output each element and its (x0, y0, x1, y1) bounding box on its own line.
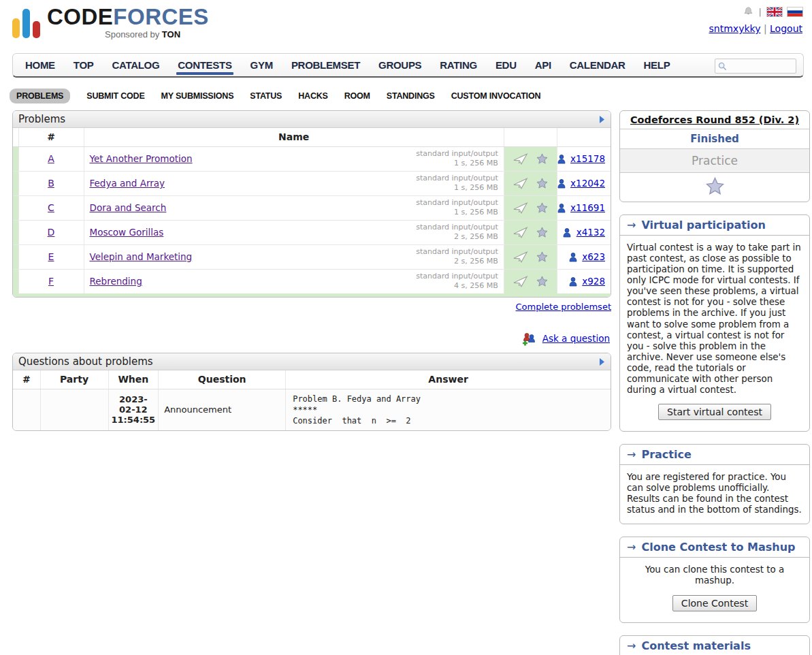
logout-link[interactable]: Logout (770, 23, 802, 34)
solver-person-icon (563, 228, 571, 238)
subnav-status[interactable]: STATUS (250, 91, 282, 101)
nav-item-api[interactable]: API (535, 54, 551, 76)
submit-paper-plane-icon[interactable] (513, 153, 528, 165)
problem-index-link[interactable]: C (48, 202, 54, 213)
col-header-when: When (108, 370, 159, 389)
favorite-star-icon[interactable] (536, 202, 548, 213)
problem-index-link[interactable]: A (48, 153, 54, 164)
sidebar: Codeforces Round 852 (Div. 2) Finished P… (619, 110, 810, 655)
nav-item-groups[interactable]: GROUPS (378, 54, 421, 76)
problem-index-link[interactable]: D (48, 227, 55, 238)
subnav-problems[interactable]: PROBLEMS (10, 89, 70, 103)
questions-header-row: # Party When Question Answer (13, 370, 611, 389)
problem-index-link[interactable]: E (48, 251, 54, 262)
nav-item-calendar[interactable]: CALENDAR (570, 54, 626, 76)
question-text: Announcement (159, 389, 286, 430)
subnav-my-submissions[interactable]: MY SUBMISSIONS (161, 91, 234, 101)
problem-limits: standard input/output2 s, 256 MB (416, 247, 498, 266)
clone-mashup-text: You can clone this contest to a mashup. (645, 564, 785, 586)
clone-contest-button[interactable]: Clone Contest (672, 595, 757, 611)
nav-item-edu[interactable]: EDU (496, 54, 517, 76)
clone-mashup-title: Clone Contest to Mashup (641, 541, 795, 554)
problems-caption: Problems (18, 113, 65, 125)
solved-count-link[interactable]: x623 (582, 251, 605, 262)
nav-item-help[interactable]: HELP (644, 54, 670, 76)
contest-mode: Practice (620, 149, 809, 173)
solved-count-link[interactable]: x15178 (570, 153, 605, 164)
contest-subnav: PROBLEMS SUBMIT CODE MY SUBMISSIONS STAT… (10, 89, 812, 103)
logo-wordmark: CODEFORCES (47, 5, 209, 28)
problem-name-link[interactable]: Moscow Gorillas (90, 227, 164, 238)
subnav-custom-invocation[interactable]: CUSTOM INVOCATION (451, 91, 541, 101)
nav-item-rating[interactable]: RATING (440, 54, 477, 76)
start-virtual-contest-button[interactable]: Start virtual contest (658, 404, 771, 420)
nav-item-top[interactable]: TOP (74, 54, 94, 76)
submit-paper-plane-icon[interactable] (513, 202, 528, 214)
logo-bar-red (33, 21, 40, 38)
bell-icon[interactable] (743, 6, 753, 17)
search-input[interactable] (729, 61, 792, 71)
solved-count-link[interactable]: x4132 (576, 227, 605, 238)
subnav-hacks[interactable]: HACKS (298, 91, 327, 101)
lang-separator: | (759, 7, 762, 17)
submit-paper-plane-icon[interactable] (513, 226, 528, 239)
nav-item-contests[interactable]: CONTESTS (178, 54, 231, 76)
favorite-star-icon[interactable] (536, 178, 548, 189)
contest-materials-box: → Contest materials Announcement × Tutor… (619, 635, 810, 655)
problem-limits: standard input/output4 s, 256 MB (416, 272, 498, 291)
complete-problemset-link[interactable]: Complete problemset (516, 302, 611, 312)
problem-limits: standard input/output1 s, 256 MB (416, 198, 498, 217)
expand-arrow-icon[interactable] (599, 357, 605, 366)
col-header-q-index: # (13, 370, 40, 389)
favorite-star-icon[interactable] (536, 276, 548, 287)
problems-widget: Problems # Name A Yet Another Promotion … (12, 110, 611, 298)
problem-index-link[interactable]: F (48, 276, 54, 287)
problem-name-link[interactable]: Dora and Search (90, 202, 167, 213)
nav-item-catalog[interactable]: CATALOG (112, 54, 159, 76)
virtual-participation-box: → Virtual participation Virtual contest … (619, 214, 810, 432)
questions-widget: Questions about problems # Party When Qu… (12, 353, 611, 431)
problem-name-link[interactable]: Yet Another Promotion (90, 153, 193, 164)
subnav-standings[interactable]: STANDINGS (387, 91, 435, 101)
arrow-icon: → (627, 219, 636, 231)
user-handle-link[interactable]: sntmxykky (709, 23, 761, 34)
solved-count-link[interactable]: x12042 (570, 178, 605, 189)
problem-row-b: B Fedya and Array standard input/output1… (13, 171, 611, 195)
table-bottom-stripe (13, 293, 611, 297)
nav-item-gym[interactable]: GYM (250, 54, 273, 76)
subnav-submit-code[interactable]: SUBMIT CODE (86, 91, 144, 101)
expand-arrow-icon[interactable] (599, 115, 605, 124)
problem-index-link[interactable]: B (48, 178, 54, 189)
logo-bar-yellow (12, 18, 20, 38)
solved-count-link[interactable]: x11691 (570, 202, 605, 213)
logo-bars-icon (12, 7, 40, 38)
submit-paper-plane-icon[interactable] (513, 251, 528, 263)
solver-person-icon (569, 253, 577, 262)
col-header-index: # (18, 128, 84, 146)
search-box[interactable] (715, 59, 796, 74)
solved-stripe (13, 171, 18, 195)
nav-item-home[interactable]: HOME (25, 54, 55, 76)
practice-box: → Practice You are registered for practi… (619, 444, 810, 524)
russian-flag-icon[interactable] (787, 7, 802, 16)
problem-name-link[interactable]: Fedya and Array (90, 178, 165, 189)
ask-question-link[interactable]: Ask a question (542, 333, 610, 344)
favorite-contest-star-icon[interactable] (706, 177, 724, 195)
problem-name-link[interactable]: Rebrending (90, 276, 142, 287)
favorite-star-icon[interactable] (536, 227, 548, 238)
submit-paper-plane-icon[interactable] (513, 177, 528, 190)
solved-count-link[interactable]: x928 (582, 276, 605, 287)
problem-name-link[interactable]: Velepin and Marketing (90, 251, 193, 262)
favorite-star-icon[interactable] (536, 251, 548, 262)
contest-info-box: Codeforces Round 852 (Div. 2) Finished P… (619, 110, 810, 202)
top-header: CODEFORCES Sponsored by TON | (0, 0, 812, 52)
solved-stripe (13, 269, 18, 293)
question-index (13, 389, 40, 430)
favorite-star-icon[interactable] (536, 153, 548, 164)
contest-title-link[interactable]: Codeforces Round 852 (Div. 2) (630, 114, 799, 125)
english-flag-icon[interactable] (767, 7, 782, 16)
nav-item-problemset[interactable]: PROBLEMSET (291, 54, 360, 76)
submit-paper-plane-icon[interactable] (513, 275, 528, 288)
codeforces-logo[interactable]: CODEFORCES Sponsored by TON (12, 5, 802, 39)
subnav-room[interactable]: ROOM (344, 91, 370, 101)
